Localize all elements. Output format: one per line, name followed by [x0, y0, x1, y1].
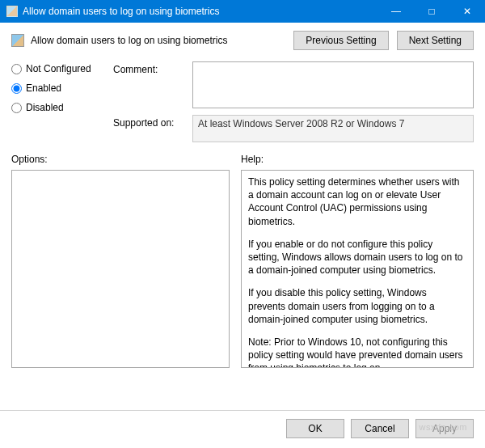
radio-disabled[interactable]: Disabled: [11, 102, 108, 113]
dialog-footer: OK Cancel Apply: [0, 410, 485, 443]
radio-not-configured-label: Not Configured: [26, 63, 91, 74]
window-controls: — □ ✕: [378, 0, 485, 23]
ok-button[interactable]: OK: [286, 419, 344, 438]
radio-disabled-input[interactable]: [11, 103, 22, 113]
next-setting-button[interactable]: Next Setting: [397, 31, 474, 50]
policy-icon: [6, 6, 18, 17]
radio-enabled-input[interactable]: [11, 83, 22, 94]
state-radio-group: Not Configured Enabled Disabled: [11, 61, 108, 113]
policy-icon: [11, 34, 24, 47]
maximize-button[interactable]: □: [414, 0, 449, 23]
policy-title: Allow domain users to log on using biome…: [31, 35, 227, 46]
close-button[interactable]: ✕: [449, 0, 485, 23]
radio-not-configured-input[interactable]: [11, 64, 22, 74]
help-label: Help:: [241, 154, 474, 165]
help-panel[interactable]: This policy setting determines whether u…: [241, 170, 474, 368]
comment-textarea[interactable]: [192, 61, 474, 108]
help-paragraph: If you enable or do not configure this p…: [248, 238, 466, 277]
window-title: Allow domain users to log on using biome…: [23, 6, 219, 17]
radio-not-configured[interactable]: Not Configured: [11, 63, 108, 74]
help-paragraph: If you disable this policy setting, Wind…: [248, 286, 466, 326]
radio-enabled-label: Enabled: [26, 82, 61, 94]
previous-setting-button[interactable]: Previous Setting: [293, 31, 388, 50]
minimize-button[interactable]: —: [378, 0, 414, 23]
comment-label: Comment:: [113, 61, 188, 75]
cancel-button[interactable]: Cancel: [351, 419, 409, 438]
help-paragraph: This policy setting determines whether u…: [248, 175, 466, 228]
supported-on-text: At least Windows Server 2008 R2 or Windo…: [192, 115, 474, 142]
options-panel[interactable]: [11, 170, 230, 368]
titlebar: Allow domain users to log on using biome…: [0, 0, 485, 23]
help-paragraph: Note: Prior to Windows 10, not configuri…: [248, 336, 466, 368]
options-label: Options:: [11, 154, 230, 165]
radio-disabled-label: Disabled: [26, 102, 64, 113]
supported-on-label: Supported on:: [113, 115, 188, 129]
apply-button[interactable]: Apply: [415, 419, 474, 438]
radio-enabled[interactable]: Enabled: [11, 82, 108, 94]
